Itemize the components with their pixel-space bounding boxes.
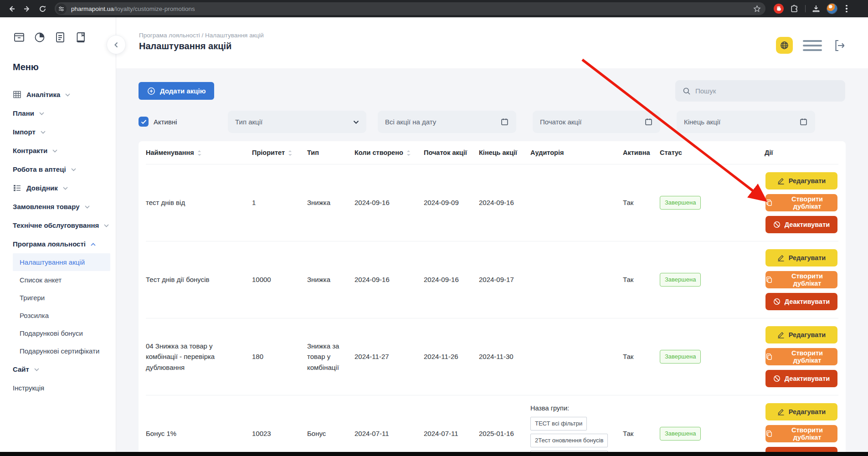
duplicate-button[interactable]: Створити дублікат: [765, 194, 837, 211]
sidebar-item[interactable]: Плани: [13, 104, 116, 123]
ban-icon: [773, 298, 781, 305]
search-input[interactable]: [695, 87, 838, 95]
sidebar-item[interactable]: Контракти: [13, 141, 116, 160]
bookmark-star-icon[interactable]: [753, 5, 761, 13]
sidebar-subitem-label: Розсилка: [20, 312, 49, 319]
sidebar-item[interactable]: Робота в аптеці: [13, 160, 116, 179]
sidebar-item-label: Сайт: [13, 365, 29, 373]
sidebar-subitem[interactable]: Подарункові сертифікати: [13, 342, 110, 360]
copy-icon: [765, 353, 773, 360]
active-checkbox[interactable]: [139, 117, 149, 127]
profile-avatar[interactable]: [827, 3, 837, 14]
sidebar-item[interactable]: Сайт: [13, 360, 116, 379]
sidebar-item[interactable]: Аналітика: [13, 85, 116, 104]
sidebar-item-label: Плани: [13, 109, 34, 117]
column-header-label: Статус: [660, 149, 682, 156]
pencil-icon: [777, 254, 785, 261]
promotions-table-body: тест днів від1Знижка2024-09-162024-09-09…: [146, 164, 838, 456]
add-promotion-label: Додати акцію: [160, 87, 205, 95]
reload-button[interactable]: [36, 2, 49, 15]
edit-button[interactable]: Редагувати: [765, 249, 837, 266]
all-promotions-on-date-picker[interactable]: Всі акції на дату: [378, 111, 516, 133]
duplicate-button[interactable]: Створити дублікат: [765, 425, 837, 442]
adblock-extension-icon[interactable]: [774, 4, 784, 14]
calendar-icon: [500, 118, 509, 126]
search-box[interactable]: [675, 80, 845, 102]
sidebar-subitem[interactable]: Тригери: [13, 289, 110, 307]
url-path: /loyalty/customize-promotions: [114, 5, 195, 12]
site-info-icon[interactable]: [56, 4, 67, 14]
deactivate-button[interactable]: Деактивувати: [765, 293, 837, 310]
promotion-start-picker[interactable]: Початок акції: [533, 111, 660, 133]
duplicate-button-label: Створити дублікат: [777, 426, 837, 441]
sort-icon[interactable]: [288, 150, 292, 156]
browser-menu-icon[interactable]: [844, 3, 849, 15]
duplicate-button[interactable]: Створити дублікат: [765, 271, 837, 288]
active-filter[interactable]: Активні: [139, 117, 177, 127]
sidebar-subitem[interactable]: Налаштування акцій: [13, 253, 110, 271]
duplicate-button-label: Створити дублікат: [777, 349, 837, 364]
promotion-type-select[interactable]: Тип акції: [228, 111, 366, 133]
add-promotion-button[interactable]: Додати акцію: [139, 82, 214, 100]
edit-button[interactable]: Редагувати: [765, 326, 837, 343]
sidebar-item[interactable]: Програма лояльності: [13, 235, 116, 253]
edit-button[interactable]: Редагувати: [765, 403, 837, 420]
sidebar-item-label: Замовлення товару: [13, 203, 80, 210]
forward-button[interactable]: [20, 2, 34, 15]
calendar-icon: [799, 118, 808, 126]
chevron-down-icon: [41, 131, 46, 134]
sidebar-subitem-label: Налаштування акцій: [20, 258, 85, 266]
sidebar-item[interactable]: Імпорт: [13, 123, 116, 141]
sidebar-subitem[interactable]: Список анкет: [13, 271, 110, 289]
sort-icon[interactable]: [406, 150, 411, 156]
duplicate-button[interactable]: Створити дублікат: [765, 348, 837, 365]
language-globe-button[interactable]: [776, 37, 793, 54]
cell-end: 2024-09-16: [479, 197, 530, 208]
list-icon: [13, 184, 21, 192]
copy-icon: [765, 199, 773, 206]
deactivate-button[interactable]: Деактивувати: [765, 370, 837, 387]
promotion-start-value: Початок акції: [540, 118, 581, 126]
ban-icon: [773, 221, 781, 228]
promotion-end-picker[interactable]: Кінець акції: [677, 111, 815, 133]
cell-type: Знижка: [307, 274, 354, 285]
column-header-label: Найменування: [146, 149, 194, 156]
breadcrumb: Програма лояльності / Налаштування акцій: [139, 32, 264, 39]
ban-icon: [773, 375, 781, 382]
chevron-down-icon: [71, 168, 76, 171]
sidebar-item[interactable]: Технічне обслуговування: [13, 216, 116, 235]
edit-button-label: Редагувати: [789, 408, 826, 415]
sidebar-item[interactable]: Замовлення товару: [13, 197, 116, 216]
column-header: Початок акції: [424, 149, 479, 156]
sidebar-item[interactable]: Довідник: [13, 179, 116, 197]
back-button[interactable]: [5, 2, 18, 15]
sidebar-collapse-button[interactable]: [107, 35, 126, 54]
sort-icon[interactable]: [197, 150, 201, 156]
extensions-icon[interactable]: [790, 5, 799, 13]
column-header: Аудиторія: [530, 149, 623, 156]
hamburger-menu-icon[interactable]: [803, 38, 822, 53]
sidebar-menu: АналітикаПланиІмпортКонтрактиРобота в ап…: [13, 85, 116, 397]
archive-icon[interactable]: [13, 31, 26, 44]
sidebar-item[interactable]: Інструкція: [13, 379, 116, 397]
edit-button[interactable]: Редагувати: [765, 172, 837, 190]
sidebar-subitem[interactable]: Розсилка: [13, 307, 110, 324]
cell-created: 2024-11-27: [354, 351, 424, 362]
audience-tag: 2Тест оновлення бонусів: [530, 434, 608, 447]
document-icon[interactable]: [54, 31, 67, 44]
deactivate-button[interactable]: Деактивувати: [765, 216, 837, 233]
pie-chart-icon[interactable]: [33, 31, 46, 44]
promotions-table-header: НайменуванняПріоритетТипКоли створеноПоч…: [146, 141, 838, 164]
sidebar-subitem[interactable]: Подарункові бонуси: [13, 324, 110, 342]
chevron-down-icon: [52, 149, 57, 153]
cell-end: 2024-09-17: [479, 274, 530, 285]
cell-type: Бонус: [307, 428, 354, 439]
pencil-icon: [777, 408, 785, 415]
address-bar[interactable]: pharmapoint.ua/loyalty/customize-promoti…: [55, 2, 765, 15]
book-icon[interactable]: [74, 31, 87, 44]
sidebar-item-label: Програма лояльності: [13, 240, 86, 248]
logout-icon[interactable]: [832, 38, 847, 53]
downloads-icon[interactable]: [812, 5, 820, 13]
all-promotions-on-date-value: Всі акції на дату: [385, 118, 436, 126]
grid-icon: [13, 90, 21, 99]
